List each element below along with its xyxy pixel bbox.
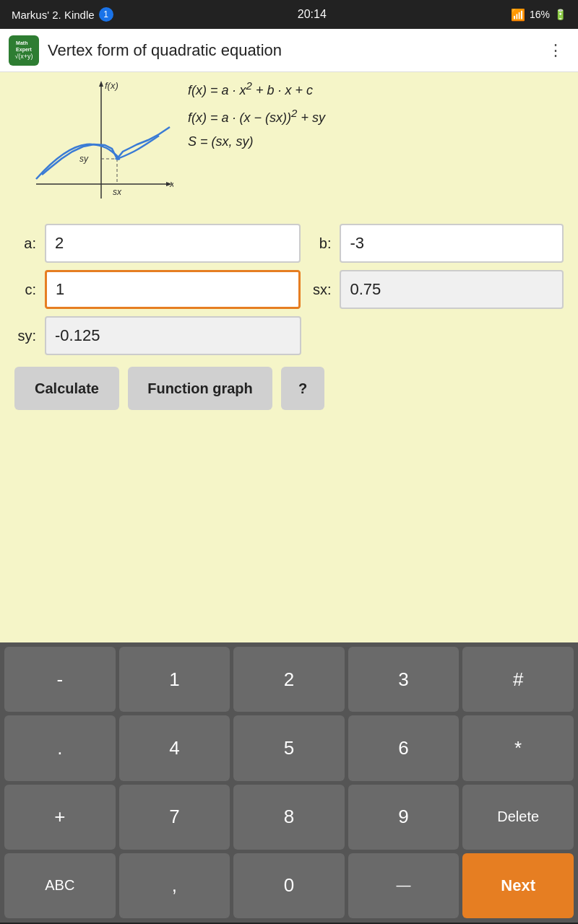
next-button[interactable]: Next: [462, 853, 574, 918]
input-a[interactable]: 2: [45, 224, 301, 263]
key-3[interactable]: 3: [348, 647, 460, 712]
key-9[interactable]: 9: [348, 785, 460, 850]
main-content: x f(x) sx sy f(x) = a · x2 + b · x + c: [0, 72, 578, 642]
input-row-csx: c: 1 sx: 0.75: [14, 270, 564, 309]
status-time: 20:14: [298, 8, 327, 21]
key-plus[interactable]: +: [4, 785, 116, 850]
key-0[interactable]: 0: [233, 853, 345, 918]
key-8[interactable]: 8: [233, 785, 345, 850]
keyboard-row-3: + 7 8 9 Delete: [4, 785, 574, 850]
input-b[interactable]: -3: [340, 224, 564, 263]
key-2[interactable]: 2: [233, 647, 345, 712]
input-row-ab: a: 2 b: -3: [14, 224, 564, 263]
inputs-area: a: 2 b: -3 c: 1 sx: 0.75 sy: -0.125: [14, 224, 564, 355]
help-button[interactable]: ?: [281, 367, 324, 410]
key-delete[interactable]: Delete: [462, 785, 574, 850]
label-sy: sy:: [14, 328, 36, 344]
key-minus[interactable]: -: [4, 647, 116, 712]
keyboard-area: - 1 2 3 # . 4 5 6 * + 7 8 9 Delete ABC ,…: [0, 642, 578, 923]
formula-area: f(x) = a · x2 + b · x + c f(x) = a · (x …: [173, 79, 564, 149]
graph-formula-row: x f(x) sx sy f(x) = a · x2 + b · x + c: [14, 79, 564, 217]
page-title: Vertex form of quadratic equation: [48, 41, 542, 60]
status-bar: Markus' 2. Kindle 1 20:14 📶 16% 🔋: [0, 0, 578, 29]
key-4[interactable]: 4: [119, 715, 230, 780]
svg-text:x: x: [169, 178, 173, 189]
function-graph-button[interactable]: Function graph: [128, 367, 272, 410]
key-abc[interactable]: ABC: [4, 853, 116, 918]
svg-text:sy: sy: [79, 154, 89, 164]
graph-container: x f(x) sx sy: [14, 79, 173, 217]
input-sy[interactable]: -0.125: [45, 316, 301, 355]
input-row-sy: sy: -0.125: [14, 316, 564, 355]
app-icon-text2: √(x+y): [14, 53, 33, 60]
key-dot[interactable]: .: [4, 715, 116, 780]
svg-marker-3: [99, 81, 103, 87]
battery-text: 16%: [530, 9, 550, 20]
wifi-icon: 📶: [511, 8, 525, 22]
label-b: b:: [309, 235, 331, 252]
label-sx: sx:: [309, 282, 331, 298]
key-hash[interactable]: #: [462, 647, 574, 712]
label-a: a:: [14, 235, 36, 252]
keyboard-row-2: . 4 5 6 *: [4, 715, 574, 780]
svg-text:sx: sx: [113, 187, 122, 197]
menu-button[interactable]: ⋮: [542, 35, 569, 66]
formula-vertex: f(x) = a · (x − (sx))2 + sy: [188, 107, 564, 126]
keyboard-row-4: ABC , 0 — Next: [4, 853, 574, 918]
key-asterisk[interactable]: *: [462, 715, 574, 780]
status-left: Markus' 2. Kindle 1: [12, 7, 113, 22]
status-right: 📶 16% 🔋: [511, 8, 566, 22]
notification-badge: 1: [99, 7, 113, 22]
calculate-button[interactable]: Calculate: [14, 367, 119, 410]
buttons-row: Calculate Function graph ?: [14, 367, 564, 410]
app-icon-text1: MathExpert: [16, 40, 32, 53]
key-6[interactable]: 6: [348, 715, 460, 780]
battery-icon: 🔋: [554, 9, 566, 20]
key-1[interactable]: 1: [119, 647, 230, 712]
input-c[interactable]: 1: [45, 270, 301, 309]
key-space[interactable]: —: [348, 853, 460, 918]
formula-standard: f(x) = a · x2 + b · x + c: [188, 79, 564, 98]
title-bar: MathExpert √(x+y) Vertex form of quadrat…: [0, 29, 578, 72]
key-comma[interactable]: ,: [119, 853, 230, 918]
key-7[interactable]: 7: [119, 785, 230, 850]
input-sx[interactable]: 0.75: [340, 270, 564, 309]
formula-vertex-point: S = (sx, sy): [188, 134, 564, 149]
app-name-status: Markus' 2. Kindle: [12, 9, 95, 21]
key-5[interactable]: 5: [233, 715, 345, 780]
keyboard-row-1: - 1 2 3 #: [4, 647, 574, 712]
label-c: c:: [14, 282, 36, 298]
app-icon: MathExpert √(x+y): [9, 35, 39, 66]
svg-text:f(x): f(x): [105, 80, 118, 91]
